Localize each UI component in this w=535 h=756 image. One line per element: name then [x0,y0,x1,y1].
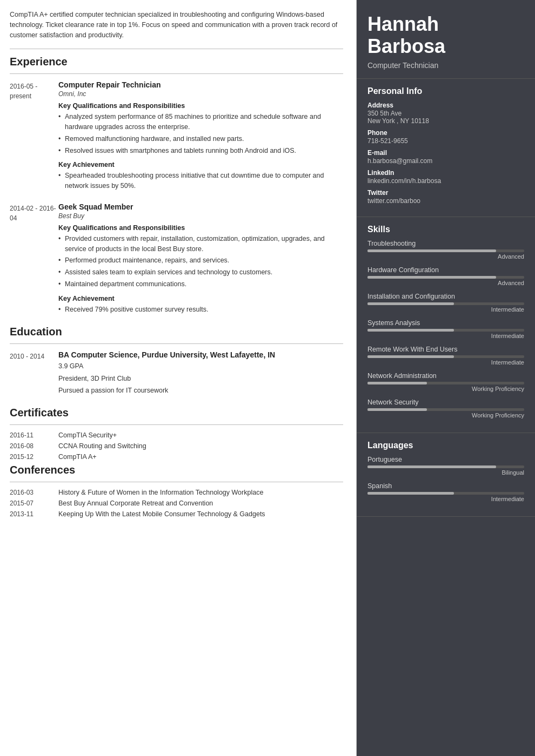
conferences-heading: Conferences [10,464,343,476]
skill-bar-background [367,408,524,411]
candidate-title: Computer Technician [367,61,524,70]
experience-date: 2014-02 - 2016-04 [10,202,58,316]
certificate-date: 2016-11 [10,431,58,439]
experience-company: Best Buy [58,212,343,220]
email-label: E-mail [367,149,524,157]
certificate-date: 2015-12 [10,453,58,461]
education-detail-item: President, 3D Print Club [58,373,343,385]
linkedin-label: LinkedIn [367,169,524,177]
education-details: 3.9 GPAPresident, 3D Print ClubPursued a… [58,360,343,397]
experience-heading: Experience [10,56,343,68]
skill-row: Systems AnalysisIntermediate [367,319,524,339]
list-item: Performed product maintenance, repairs, … [58,255,343,266]
skills-container: TroubleshootingAdvancedHardware Configur… [367,240,524,418]
list-item: Analyzed system performance of 85 machin… [58,112,343,132]
conference-row: 2013-11Keeping Up With the Latest Mobile… [10,510,343,518]
qualifications-list: Provided customers with repair, installa… [58,234,343,289]
address-value: 350 5th Ave New York , NY 10118 [367,110,524,125]
experience-entry: 2014-02 - 2016-04Geek Squad MemberBest B… [10,202,343,316]
phone-value: 718-521-9655 [367,137,524,145]
conference-name: Keeping Up With the Latest Mobile Consum… [58,510,265,518]
certificates-container: 2016-11CompTIA Security+2016-08CCNA Rout… [10,431,343,461]
qualifications-title: Key Qualifications and Responsibilities [58,224,343,232]
achievement-title: Key Achievement [58,295,343,302]
qualifications-title: Key Qualifications and Responsibilities [58,102,343,110]
experience-content: Computer Repair TechnicianOmni, IncKey Q… [58,80,343,193]
skill-name: Hardware Configuration [367,266,524,274]
language-row: SpanishIntermediate [367,482,524,502]
education-detail-item: Pursued a passion for IT coursework [58,384,343,397]
skill-row: Remote Work With End UsersIntermediate [367,346,524,366]
list-item: Provided customers with repair, installa… [58,234,343,254]
language-row: PortugueseBilingual [367,456,524,476]
skill-level: Intermediate [367,333,524,339]
skill-level: Advanced [367,280,524,286]
list-item: Maintained department communications. [58,279,343,289]
skills-section: Skills TroubleshootingAdvancedHardware C… [357,217,535,433]
achievements-list: Received 79% positive customer survey re… [58,305,343,315]
skill-bar-background [367,302,524,305]
education-date: 2010 - 2014 [10,350,58,397]
skill-bar-background [367,355,524,358]
experience-title: Geek Squad Member [58,202,343,211]
skill-row: Network SecurityWorking Proficiency [367,399,524,418]
skill-row: Hardware ConfigurationAdvanced [367,266,524,286]
certificate-name: CompTIA A+ [58,453,97,461]
certificates-heading: Certificates [10,407,343,419]
experience-title: Computer Repair Technician [58,80,343,89]
twitter-value: twitter.com/barboo [367,197,524,205]
list-item: Resolved issues with smartphones and tab… [58,146,343,156]
conference-name: Best Buy Annual Corporate Retreat and Co… [58,500,213,507]
skills-title: Skills [367,225,524,234]
languages-section: Languages PortugueseBilingualSpanishInte… [357,433,535,517]
phone-label: Phone [367,129,524,137]
skill-level: Working Proficiency [367,412,524,418]
skill-bar-fill [367,408,427,411]
list-item: Assisted sales team to explain services … [58,267,343,278]
skill-name: Network Administration [367,372,524,380]
list-item: Removed malfunctioning hardware, and ins… [58,134,343,144]
skill-level: Advanced [367,253,524,260]
language-bar-background [367,492,524,495]
skill-bar-background [367,249,524,252]
conference-name: History & Future of Women in the Informa… [58,489,263,496]
education-heading: Education [10,326,343,338]
certificate-name: CCNA Routing and Switching [58,442,146,450]
languages-title: Languages [367,441,524,450]
linkedin-value: linkedin.com/in/h.barbosa [367,177,524,185]
candidate-header: Hannah Barbosa Computer Technician [357,0,535,79]
achievement-title: Key Achievement [58,161,343,168]
languages-container: PortugueseBilingualSpanishIntermediate [367,456,524,502]
skill-bar-background [367,276,524,279]
skill-bar-fill [367,355,454,358]
certificate-row: 2016-11CompTIA Security+ [10,431,343,439]
candidate-name: Hannah Barbosa [367,13,524,58]
skill-name: Systems Analysis [367,319,524,327]
email-value: h.barbosa@gmail.com [367,157,524,165]
conference-row: 2016-03History & Future of Women in the … [10,489,343,496]
skill-name: Remote Work With End Users [367,346,524,353]
skill-level: Intermediate [367,306,524,313]
language-name: Portuguese [367,456,524,463]
summary: CompTIA A+ certified computer technician… [10,10,343,40]
certificate-name: CompTIA Security+ [58,431,117,439]
list-item: Spearheaded troubleshooting process init… [58,171,343,191]
experience-company: Omni, Inc [58,90,343,98]
left-column: CompTIA A+ certified computer technician… [0,0,357,756]
experience-content: Geek Squad MemberBest BuyKey Qualificati… [58,202,343,316]
personal-info-title: Personal Info [367,86,524,96]
skill-bar-fill [367,249,496,252]
skill-bar-background [367,382,524,384]
skill-bar-fill [367,276,496,279]
qualifications-list: Analyzed system performance of 85 machin… [58,112,343,156]
achievements-list: Spearheaded troubleshooting process init… [58,171,343,191]
skill-name: Installation and Configuration [367,293,524,300]
skill-bar-fill [367,302,454,305]
experience-date: 2016-05 - present [10,80,58,193]
skill-bar-fill [367,329,454,332]
skill-name: Network Security [367,399,524,406]
education-container: 2010 - 2014BA Computer Science, Purdue U… [10,350,343,397]
certificate-row: 2016-08CCNA Routing and Switching [10,442,343,450]
address-label: Address [367,102,524,109]
language-bar-fill [367,492,454,495]
